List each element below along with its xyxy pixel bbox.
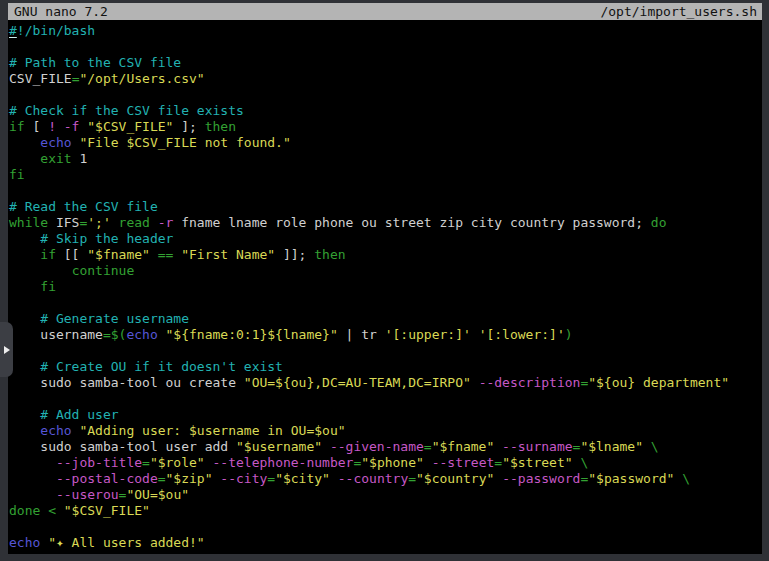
code-line: continue xyxy=(9,263,762,279)
code-token: | tr xyxy=(338,327,385,342)
code-line: sudo samba-tool user add "$username" --g… xyxy=(9,439,762,455)
code-line xyxy=(9,295,762,311)
code-token xyxy=(643,439,651,454)
code-token: while xyxy=(9,215,48,230)
code-line: sudo samba-tool ou create "OU=${ou},DC=A… xyxy=(9,375,762,391)
code-token: "$username" xyxy=(236,439,322,454)
code-token: --country xyxy=(338,471,408,486)
code-token xyxy=(9,423,40,438)
code-token: "File $CSV_FILE not found." xyxy=(79,135,290,150)
code-token: "First Name" xyxy=(181,247,275,262)
code-token: --telephone-number xyxy=(213,455,354,470)
code-token: # Skip the header xyxy=(40,231,173,246)
code-line xyxy=(9,183,762,199)
code-token: sudo samba-tool user add xyxy=(9,439,236,454)
code-token: # xyxy=(9,23,17,38)
code-token xyxy=(9,455,56,470)
code-line: fi xyxy=(9,167,762,183)
code-token: \ xyxy=(682,471,690,486)
code-token: "OU=${ou},DC=AU-TEAM,DC=IRPO" xyxy=(244,375,471,390)
code-token: then xyxy=(205,119,236,134)
code-token: exit xyxy=(40,151,71,166)
code-token xyxy=(9,151,40,166)
code-token xyxy=(9,407,40,422)
code-token xyxy=(9,311,40,326)
code-token: # Check if the CSV file exists xyxy=(9,103,244,118)
code-token: done xyxy=(9,503,40,518)
code-line: # Create OU if it doesn't exist xyxy=(9,359,762,375)
code-line xyxy=(9,87,762,103)
code-token: "$CSV_FILE" xyxy=(64,503,150,518)
code-token: --password xyxy=(502,471,580,486)
code-token: echo xyxy=(40,423,71,438)
nano-titlebar: GNU nano 7.2 /opt/import_users.sh xyxy=(8,3,762,20)
code-token: do xyxy=(651,215,667,230)
code-token: ]; xyxy=(173,119,204,134)
code-line: fi xyxy=(9,279,762,295)
code-token: username xyxy=(9,327,103,342)
code-token: "$country" xyxy=(416,471,494,486)
code-token xyxy=(9,359,40,374)
code-token: = xyxy=(267,471,275,486)
code-token xyxy=(322,439,330,454)
code-token: --city xyxy=(220,471,267,486)
code-token: ';' xyxy=(87,215,110,230)
code-token: [[ xyxy=(56,247,87,262)
code-token: = xyxy=(494,455,502,470)
code-token: sudo samba-tool ou create xyxy=(9,375,244,390)
code-token xyxy=(424,455,432,470)
code-token: fi xyxy=(40,279,56,294)
code-line: # Generate username xyxy=(9,311,762,327)
code-token: IFS xyxy=(48,215,79,230)
code-line: --job-title="$role" --telephone-number="… xyxy=(9,455,762,471)
code-token: "$street" xyxy=(502,455,572,470)
code-token xyxy=(111,215,119,230)
code-token: 1 xyxy=(72,151,88,166)
code-line: echo "File $CSV_FILE not found." xyxy=(9,135,762,151)
code-token: \ xyxy=(580,455,588,470)
code-line xyxy=(9,39,762,55)
code-token: [ xyxy=(25,119,48,134)
code-token: "OU=$ou" xyxy=(126,487,189,502)
code-token: echo xyxy=(126,327,157,342)
code-token: "${ou} department" xyxy=(588,375,729,390)
code-line xyxy=(9,519,762,535)
code-token: "✦ All users added!" xyxy=(48,535,205,550)
code-line: --userou="OU=$ou" xyxy=(9,487,762,503)
code-token: -r xyxy=(158,215,174,230)
editor-area[interactable]: #!/bin/bash # Path to the CSV fileCSV_FI… xyxy=(8,20,762,551)
code-token xyxy=(674,471,682,486)
code-token xyxy=(471,375,479,390)
code-token xyxy=(158,327,166,342)
code-token: # Path to the CSV file xyxy=(9,55,181,70)
code-token xyxy=(40,535,48,550)
code-line xyxy=(9,391,762,407)
side-panel-handle[interactable] xyxy=(0,322,13,377)
code-token: "Adding user: $username in OU=$ou" xyxy=(79,423,345,438)
code-token xyxy=(56,503,64,518)
code-token xyxy=(9,487,56,502)
code-token: read xyxy=(119,215,150,230)
code-token xyxy=(9,135,40,150)
code-token: # Create OU if it doesn't exist xyxy=(40,359,283,374)
code-token: --surname xyxy=(502,439,572,454)
code-token: = xyxy=(158,471,166,486)
code-token: '[:lower:]' xyxy=(479,327,565,342)
code-token: ]]; xyxy=(275,247,314,262)
code-line: # Check if the CSV file exists xyxy=(9,103,762,119)
code-token xyxy=(150,215,158,230)
code-token xyxy=(330,471,338,486)
code-token: echo xyxy=(9,535,40,550)
code-line: # Read the CSV file xyxy=(9,199,762,215)
code-token xyxy=(494,439,502,454)
code-line: exit 1 xyxy=(9,151,762,167)
code-line: while IFS=';' read -r fname lname role p… xyxy=(9,215,762,231)
code-token: ! xyxy=(48,119,56,134)
play-right-triangle-icon xyxy=(4,346,10,354)
code-line: if [[ "$fname" == "First Name" ]]; then xyxy=(9,247,762,263)
code-token: --street xyxy=(432,455,495,470)
code-token: = xyxy=(408,471,416,486)
code-token: if xyxy=(40,247,56,262)
code-token: \ xyxy=(651,439,659,454)
code-line xyxy=(9,343,762,359)
